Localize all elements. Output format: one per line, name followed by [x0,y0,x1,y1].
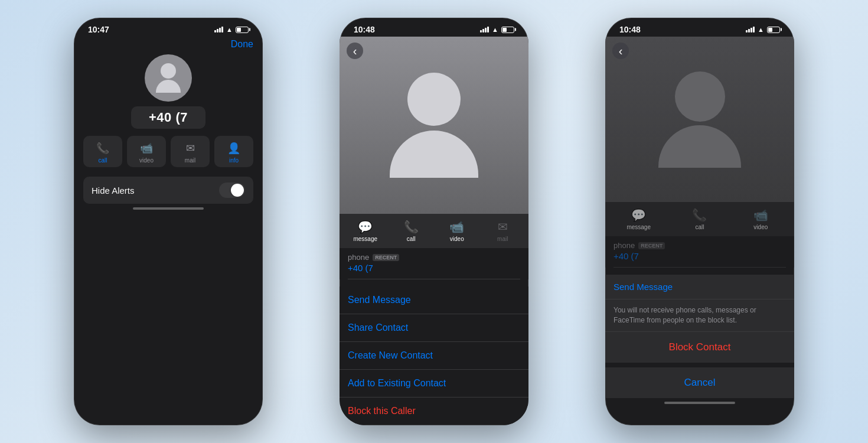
message-icon-2: 💬 [358,220,373,234]
avatar-head [161,63,176,79]
dimmed-avatar: ‹ [605,37,794,202]
status-bar-3: 10:48 ▲ [605,18,794,37]
info-icon: 👤 [227,142,240,155]
mail-button[interactable]: ✉ mail [171,136,210,167]
wifi-icon-2: ▲ [492,26,498,33]
status-bar-2: 10:48 ▲ [340,18,528,37]
action-row-2: 💬 message 📞 call 📹 video ✉ mail [340,214,528,248]
call-icon: 📞 [96,142,109,155]
video-icon-3: 📹 [753,208,768,222]
home-indicator-3 [664,402,735,404]
action-buttons-row: 📞 call 📹 video ✉ mail 👤 info [83,136,253,167]
message-button-2[interactable]: 💬 message [344,220,387,242]
video-label-3: video [753,224,768,230]
mail-button-2[interactable]: ✉ mail [482,220,524,242]
call-button-2[interactable]: 📞 call [390,220,433,242]
info-button[interactable]: 👤 info [214,136,253,167]
large-avatar-head [407,73,461,126]
status-icons-2: ▲ [480,26,514,33]
avatar-body [156,80,181,93]
contact-phone-number: +40 (7 [131,106,205,129]
menu-list: Send Message Share Contact Create New Co… [340,286,528,425]
done-button[interactable]: Done [231,39,253,50]
hide-alerts-label: Hide Alerts [92,185,135,196]
hide-alerts-row: Hide Alerts [83,177,253,204]
call-label-3: call [695,224,704,230]
status-icons-1: ▲ [214,26,249,33]
phone-label-row-3: phone RECENT [614,241,786,250]
time-2: 10:48 [354,25,375,34]
add-existing-contact-item[interactable]: Add to Existing Contact [340,370,528,398]
mail-label: mail [185,157,195,164]
dimmed-body [658,125,741,168]
message-label-3: message [626,224,651,230]
phone-number-row-2: +40 (7 [348,263,520,279]
video-icon-2: 📹 [449,220,464,234]
signal-icon [214,27,223,32]
avatar-person [156,63,181,93]
wifi-icon: ▲ [226,26,233,33]
back-button[interactable]: ‹ [347,43,363,59]
dimmed-avatar-person [658,71,741,168]
info-section-2: phone RECENT +40 (7 [340,248,528,279]
action-row-3: 💬 message 📞 call 📹 video [605,202,794,236]
call-label-2: call [407,236,416,242]
toggle-knob [231,184,244,197]
cancel-button[interactable]: Cancel [605,367,794,398]
background: 10:47 ▲ Done [0,0,868,443]
call-icon-3: 📞 [692,208,707,222]
recent-badge-3: RECENT [638,242,665,249]
call-label: call [98,157,107,164]
message-icon-3: 💬 [631,208,646,222]
video-icon: 📹 [140,142,153,155]
phone-section-label-2: phone [348,253,369,262]
large-avatar: ‹ [340,37,528,214]
video-label: video [139,157,154,164]
recent-badge-2: RECENT [373,254,399,261]
time-3: 10:48 [619,25,641,34]
video-button[interactable]: 📹 video [127,136,166,167]
home-indicator-1 [133,207,204,210]
create-new-contact-item[interactable]: Create New Contact [340,342,528,370]
share-contact-item[interactable]: Share Contact [340,314,528,342]
phone-2: 10:48 ▲ ‹ 💬 message [340,18,528,425]
phone1-content: Done +40 (7 📞 call 📹 video [74,37,263,204]
video-label-2: video [450,236,464,242]
block-action-sheet: Send Message You will not receive phone … [605,275,794,398]
video-button-3: 📹 video [732,208,789,230]
time-1: 10:47 [88,25,109,34]
avatar-section: +40 (7 [83,54,253,129]
phone-label-row-2: phone RECENT [348,253,520,262]
phone-1: 10:47 ▲ Done [74,18,263,425]
battery-icon [236,27,249,33]
block-warning-text: You will not receive phone calls, messag… [605,299,794,332]
phone-number-row-3: +40 (7 [614,251,786,268]
block-caller-item[interactable]: Block this Caller [340,398,528,425]
hide-alerts-toggle[interactable] [219,183,245,198]
signal-icon-2 [480,27,489,32]
phone1-header: Done [83,37,253,54]
mail-label-2: mail [497,236,508,242]
call-button-3: 📞 call [671,208,728,230]
video-button-2[interactable]: 📹 video [436,220,478,242]
status-bar-1: 10:47 ▲ [74,18,263,37]
phone-section-label-3: phone [614,241,635,250]
battery-icon-2 [501,27,514,33]
avatar [145,54,192,102]
info-section-3: phone RECENT +40 (7 [605,236,794,268]
mail-icon: ✉ [186,142,195,155]
sheet-send-message[interactable]: Send Message [605,275,794,299]
call-button[interactable]: 📞 call [83,136,122,167]
phone-3: 10:48 ▲ ‹ 💬 message [605,18,794,425]
back-button-3[interactable]: ‹ [612,43,629,59]
message-button-3: 💬 message [610,208,667,230]
signal-icon-3 [746,27,755,32]
large-avatar-person [390,73,478,178]
info-label: info [229,157,239,164]
call-icon-2: 📞 [404,220,419,234]
block-contact-button[interactable]: Block Contact [605,332,794,367]
send-message-item[interactable]: Send Message [340,286,528,314]
message-label-2: message [353,236,377,242]
status-icons-3: ▲ [746,26,780,33]
large-avatar-body [390,131,478,178]
